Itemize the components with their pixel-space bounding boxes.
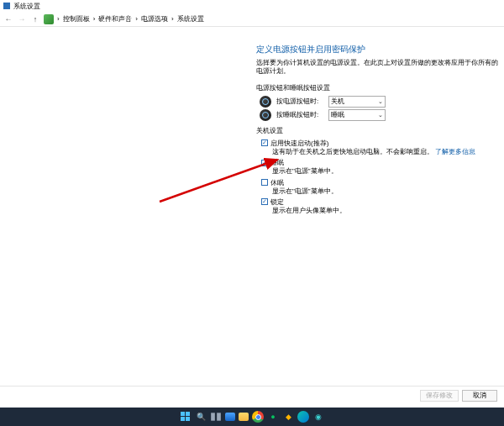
- sleep-icon: [260, 109, 271, 121]
- lock-desc: 显示在用户头像菜单中。: [272, 207, 499, 215]
- cancel-button[interactable]: 取消: [462, 390, 497, 402]
- footer: 保存修改 取消: [0, 386, 504, 404]
- section-shutdown-title: 关机设置: [256, 126, 499, 135]
- hibernate-title: 休眠: [270, 178, 284, 187]
- search-icon[interactable]: 🔍: [195, 411, 207, 423]
- hibernate-checkbox[interactable]: [261, 179, 268, 186]
- svg-rect-6: [217, 413, 221, 420]
- breadcrumb-current: 系统设置: [177, 14, 204, 24]
- sleep-button-select[interactable]: 睡眠 ⌄: [328, 109, 386, 121]
- svg-rect-1: [181, 412, 185, 416]
- chrome-icon[interactable]: [252, 411, 264, 423]
- svg-rect-4: [186, 417, 190, 421]
- power-button-select[interactable]: 关机 ⌄: [328, 96, 386, 108]
- breadcrumb-root[interactable]: 控制面板: [63, 14, 90, 24]
- nav-forward-button[interactable]: →: [17, 14, 27, 24]
- breadcrumb-sep: ›: [57, 15, 60, 23]
- title-bar: 系统设置: [0, 0, 504, 12]
- task-view-icon[interactable]: [210, 411, 222, 423]
- breadcrumb-sep: ›: [135, 15, 138, 23]
- power-button-label: 按电源按钮时:: [276, 97, 323, 106]
- breadcrumb-sep: ›: [93, 15, 96, 23]
- chevron-down-icon: ⌄: [378, 112, 383, 118]
- sleep-title: 睡眠: [270, 158, 284, 167]
- svg-rect-5: [211, 413, 215, 420]
- file-explorer-icon[interactable]: [239, 413, 249, 421]
- option-fast-startup: 启用快速启动(推荐) 这有助于在关机之后更快地启动电脑。不会影响重启。 了解更多…: [261, 139, 499, 156]
- window-icon: [3, 3, 10, 9]
- sleep-button-label: 按睡眠按钮时:: [276, 110, 323, 119]
- sleep-checkbox[interactable]: [261, 160, 268, 166]
- breadcrumb-l1[interactable]: 硬件和声音: [98, 14, 132, 24]
- learn-more-link[interactable]: 了解更多信息: [435, 148, 475, 155]
- start-icon[interactable]: [180, 411, 192, 423]
- lock-title: 锁定: [270, 197, 284, 207]
- svg-rect-2: [186, 412, 190, 416]
- save-button[interactable]: 保存修改: [420, 390, 459, 402]
- option-sleep: 睡眠 显示在"电源"菜单中。: [261, 158, 499, 176]
- sleep-button-row: 按睡眠按钮时: 睡眠 ⌄: [260, 109, 499, 121]
- window-title: 系统设置: [13, 2, 40, 11]
- nav-back-button[interactable]: ←: [3, 14, 13, 24]
- option-hibernate: 休眠 显示在"电源"菜单中。: [261, 178, 499, 196]
- lock-checkbox[interactable]: [261, 198, 268, 205]
- widgets-icon[interactable]: [225, 413, 235, 421]
- breadcrumb-l2[interactable]: 电源选项: [141, 14, 168, 24]
- app-icon[interactable]: ◆: [282, 411, 294, 423]
- fast-startup-checkbox[interactable]: [261, 139, 268, 146]
- fast-startup-title: 启用快速启动(推荐): [270, 139, 328, 148]
- sleep-desc: 显示在"电源"菜单中。: [272, 167, 499, 176]
- power-icon: [260, 96, 271, 108]
- option-lock: 锁定 显示在用户头像菜单中。: [261, 197, 499, 215]
- power-button-row: 按电源按钮时: 关机 ⌄: [260, 96, 499, 108]
- power-button-select-value: 关机: [331, 97, 344, 106]
- hibernate-desc: 显示在"电源"菜单中。: [272, 187, 499, 196]
- page-heading: 定义电源按钮并启用密码保护: [256, 44, 499, 55]
- svg-rect-3: [181, 417, 185, 421]
- edge-icon[interactable]: [297, 411, 309, 423]
- sleep-button-select-value: 睡眠: [331, 110, 344, 119]
- nav-up-button[interactable]: ↑: [30, 14, 40, 24]
- taskbar: 🔍 ● ◆ ◉: [0, 408, 504, 426]
- chevron-down-icon: ⌄: [378, 98, 383, 105]
- wechat-icon[interactable]: ●: [267, 411, 279, 423]
- page-subtext: 选择要为你计算机设置的电源设置。在此页上对设置所做的更改将应用于你所有的电源计划…: [256, 59, 499, 76]
- app-icon-2[interactable]: ◉: [312, 411, 324, 423]
- fast-startup-desc: 这有助于在关机之后更快地启动电脑。不会影响重启。: [272, 148, 433, 155]
- breadcrumb-sep: ›: [171, 15, 174, 23]
- main-content: 定义电源按钮并启用密码保护 选择要为你计算机设置的电源设置。在此页上对设置所做的…: [256, 44, 499, 217]
- control-panel-icon: [44, 14, 54, 24]
- nav-row: ← → ↑ › 控制面板 › 硬件和声音 › 电源选项 › 系统设置: [0, 12, 504, 27]
- section-power-buttons-title: 电源按钮和睡眠按钮设置: [256, 83, 499, 92]
